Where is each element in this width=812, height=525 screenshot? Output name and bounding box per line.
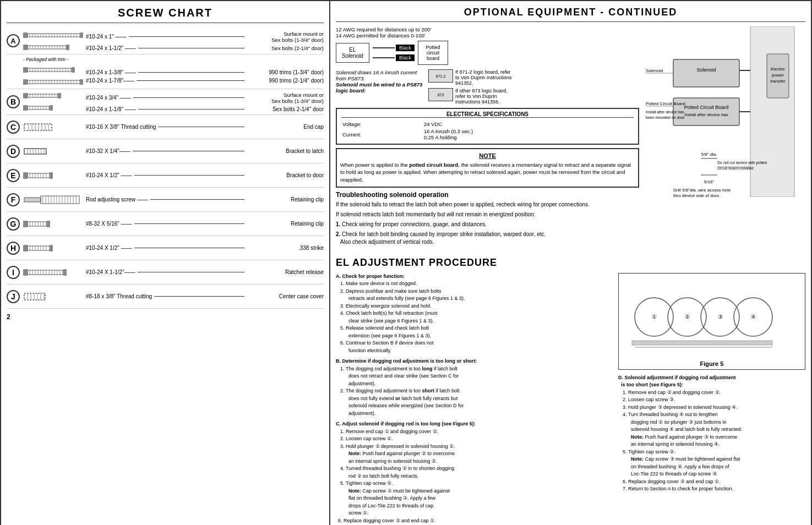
wiring-diagram-right: Solenoid Potted Circuit Board Install af… [646,26,805,248]
spec-size-a3: #10-24 x 1-3/8" —— [86,69,136,75]
svg-text:Electric: Electric [771,67,785,72]
svg-rect-153 [23,245,28,251]
adj-section-b: B. Determine if dogging rod adjustment i… [336,358,613,417]
el-wiring-top: 12 AWG required for distances up to 200'… [336,26,805,248]
screw-id-a: A [7,34,20,47]
svg-rect-163 [23,269,28,276]
color-badge2: Black [396,54,415,61]
screw-icon-h [23,243,53,254]
svg-text:Install after device has: Install after device has [646,110,684,114]
adj-b-step1: The dogging rod adjustment is too long i… [346,365,613,388]
logic-icon2: 873 [428,88,453,101]
figure5-label: Figure 5 [621,360,803,367]
spec-desc-a2: Sex bolts (2-1/4" door) [247,45,324,51]
screw-id-c: C [7,121,20,134]
logic-text1: If 871-2 logic board, referto Von Duprin… [455,69,512,86]
svg-rect-76 [80,79,83,85]
adj-d-step3: Hold plunger ③ depressed in solenoid hou… [628,404,805,412]
awg-notes: 12 AWG required for distances up to 200'… [336,26,639,39]
adj-c-label: C. Adjust solenoid if dogging rod is too… [336,420,613,428]
svg-text:power: power [772,73,784,78]
screw-id-g: G [7,217,20,231]
screw-id-f: F [7,193,20,206]
line-j [154,296,244,297]
screw-icon-area-i [20,267,86,278]
screw-icon-e [23,170,53,181]
wiring-line2: Black [373,54,415,61]
adj-d-step5: Tighten cap screw ③. Note: Cap screw ③ m… [628,449,805,478]
elec-specs-table: Voltage: 24 VDC Current: 16 A inrush (0.… [341,120,634,141]
wiring-diagram: EL Solenoid Black Black Potted [336,41,639,65]
svg-text:5/16": 5/16" [704,179,715,184]
logic-board-notes: 871-2 If 871-2 logic board, referto Von … [428,69,512,105]
screw-spec-line-a4: #10-24 x 1-7/8"—— 990 trims (2-1/4" door… [86,78,324,84]
adj-d-list: Remove end cap ② and dogging cover ②. Lo… [628,389,805,493]
svg-rect-144 [28,222,47,226]
svg-text:①: ① [652,314,657,320]
spec-size-g: #8-32 X 5/16" —— [86,221,132,227]
screw-icon-area-b [20,91,86,112]
adj-a-step2: Depress pushbar and make sure latch bolt… [346,288,613,303]
el-adj-title: EL ADJUSTMENT PROCEDURE [336,257,805,269]
note-box: NOTE When power is applied to the potted… [336,148,639,188]
adj-a-step6: Continue to Section B if device does not… [346,340,613,354]
svg-rect-164 [28,270,63,275]
screw-icon-area-f [20,194,86,206]
screw-id-j: J [7,290,20,303]
svg-rect-55 [72,67,75,73]
troubleshoot-text1: If the solenoid fails to retract the lat… [336,201,639,209]
line-b1 [133,97,244,98]
svg-rect-0 [23,32,28,38]
screw-icon-g [23,218,51,229]
svg-rect-56 [23,79,28,85]
spec-desc-f: Retaining clip [247,196,324,203]
screw-specs-b: #10-24 x 3/4" —— Surface mount orSex bol… [86,92,324,112]
troubleshoot-section: Troubleshooting solenoid operation If th… [336,191,639,246]
svg-text:Install after device has: Install after device has [684,112,728,117]
adj-c-step6: 6. Replace dogging cover ② and end cap ①… [338,517,613,525]
awg-note2: 14 AWG permitted for distances 0-100' [336,32,639,39]
adj-c-list: Remove end cap ① and dogging cover ②. Lo… [346,428,613,517]
screw-row-g: G #8-32 X 5/16" —— Retaining clip [7,212,324,236]
screw-specs-h: #10-24 X 1/2" —— .338 strike [86,245,324,251]
svg-rect-162 [50,245,53,251]
svg-text:④: ④ [751,314,756,320]
line-a4 [137,80,244,81]
screw-icon-area-a2: - Packaged with trim - [20,57,86,86]
line-g [134,223,244,224]
screw-spec-b2: #10-24 x 1-1/8" —— Sex bolts 2-1/4" door [86,106,324,112]
screw-icon-j [23,291,46,302]
screw-icon-a1 [23,31,84,40]
figure5-box: ① ② ③ ④ Figure 5 [618,273,805,370]
color-badge1: Black [396,45,415,51]
svg-text:Drill 5/8"dia. wire access hol: Drill 5/8"dia. wire access hole [673,188,731,193]
adj-section-c: C. Adjust solenoid if dogging rod is too… [336,420,613,525]
adj-b-step2: The dogging rod adjustment is too short … [346,387,613,417]
svg-rect-152 [47,221,50,227]
board-label: board [423,56,443,61]
spec-size-j: #8-18 x 3/8" Thread cutting [86,293,152,299]
adj-b-list: The dogging rod adjustment is too long i… [346,365,613,418]
screw-icon-d [23,146,48,157]
screw-icon-b1 [23,91,62,100]
logic-row2: 873 If other 873 logic board,refer to Vo… [428,88,512,105]
svg-rect-90 [58,93,61,99]
adj-d-step6: Replace dogging cover ② and end cap ①. [628,478,805,486]
wiring-line1: Black [373,45,415,51]
screw-id-h: H [7,242,20,255]
potted-label: Potted [423,45,443,50]
spec-desc-b2: Sex bolts 2-1/4" door [247,106,324,112]
spec-size-d: #10-32 X 1/4"—— [86,148,130,154]
wiring-lines: Black Black [373,45,415,61]
spec-desc-d: Bracket to latch [247,148,324,154]
adj-left-col: A. Check for proper function: Make sure … [336,273,613,525]
screw-icon-a2-2 [23,78,84,86]
solenoid-note: Solenoid draws 16 A inrush current from … [336,69,424,105]
svg-text:thru device side of door.: thru device side of door. [673,193,720,197]
screw-row-e: E #10-24 X 1/2" —— Bracket to door [7,163,324,188]
circuit-label: circuit [423,50,443,56]
spec-size-a4: #10-24 x 1-7/8"—— [86,78,134,84]
svg-rect-118 [23,172,28,179]
line-i [138,272,244,272]
voltage-label: Voltage: [342,121,423,127]
